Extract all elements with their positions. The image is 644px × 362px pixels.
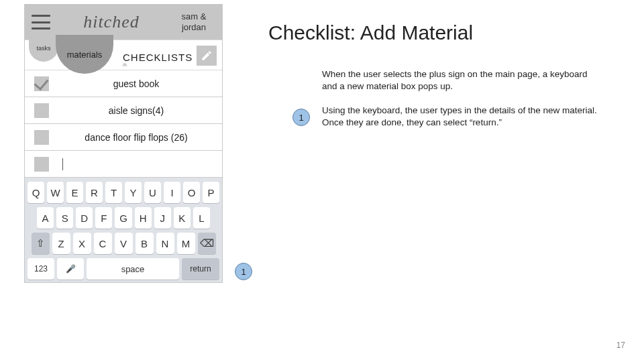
keyboard-row-4: 123 🎤 space return	[28, 258, 219, 280]
key-h[interactable]: H	[135, 207, 152, 229]
checkbox-checked-icon[interactable]	[34, 76, 49, 91]
key-f[interactable]: F	[95, 207, 112, 229]
pencil-icon	[201, 50, 213, 62]
subheader: tasks materials CHECKLISTS ^^	[25, 40, 222, 70]
key-l[interactable]: L	[193, 207, 210, 229]
checkbox-icon[interactable]	[34, 130, 49, 145]
list-item[interactable]: aisle signs(4)	[25, 97, 222, 124]
doc-paragraph-2: Using the keyboard, the user types in th…	[322, 105, 604, 129]
key-e[interactable]: E	[66, 182, 83, 203]
list-item[interactable]: guest book	[25, 70, 222, 97]
mic-icon: 🎤	[66, 264, 76, 274]
names-line2: jordan	[172, 22, 215, 33]
subhead-title: CHECKLISTS	[123, 52, 193, 70]
callout-badge-2: 1	[235, 263, 252, 280]
key-p[interactable]: P	[203, 182, 219, 203]
key-c[interactable]: C	[94, 233, 112, 254]
key-d[interactable]: D	[76, 207, 93, 229]
phone-mockup: hitched sam & jordan tasks materials CHE…	[24, 4, 223, 283]
key-q[interactable]: Q	[28, 182, 44, 203]
shift-key[interactable]: ⇧	[32, 233, 50, 254]
list-item-label: guest book	[60, 78, 213, 89]
key-u[interactable]: U	[144, 182, 161, 203]
numbers-key[interactable]: 123	[28, 258, 54, 280]
tab-tasks[interactable]: tasks	[29, 35, 58, 62]
user-names[interactable]: sam & jordan	[172, 11, 215, 32]
key-o[interactable]: O	[183, 182, 200, 203]
edit-button[interactable]	[197, 46, 217, 66]
tab-materials[interactable]: materials	[56, 35, 113, 74]
page-number: 17	[616, 341, 625, 350]
key-s[interactable]: S	[56, 207, 73, 229]
keyboard-row-3: ⇧ Z X C V B N M ⌫	[28, 233, 219, 254]
key-z[interactable]: Z	[52, 233, 70, 254]
key-y[interactable]: Y	[125, 182, 142, 203]
key-g[interactable]: G	[115, 207, 131, 229]
key-i[interactable]: I	[164, 182, 180, 203]
key-m[interactable]: M	[177, 233, 195, 254]
brand-logo: hitched	[56, 12, 167, 32]
mic-key[interactable]: 🎤	[57, 258, 84, 280]
key-x[interactable]: X	[73, 233, 91, 254]
key-t[interactable]: T	[105, 182, 122, 203]
list-item[interactable]: dance floor flip flops (26)	[25, 124, 222, 151]
key-a[interactable]: A	[37, 207, 54, 229]
backspace-key[interactable]: ⌫	[198, 233, 216, 254]
key-b[interactable]: B	[136, 233, 154, 254]
hamburger-icon[interactable]	[32, 15, 50, 29]
callout-badge-1: 1	[292, 109, 310, 126]
return-key[interactable]: return	[182, 258, 219, 280]
names-line1: sam &	[172, 11, 215, 22]
keyboard-row-2: A S D F G H J K L	[28, 207, 219, 229]
key-w[interactable]: W	[47, 182, 64, 203]
new-material-input-row[interactable]	[25, 151, 222, 178]
list-item-label: aisle signs(4)	[60, 105, 213, 116]
space-key[interactable]: space	[87, 258, 179, 280]
checkbox-icon[interactable]	[34, 103, 49, 118]
key-v[interactable]: V	[115, 233, 133, 254]
doc-paragraph-1: When the user selects the plus sign on t…	[322, 68, 604, 93]
chevron-up-icon: ^^	[122, 62, 124, 71]
keyboard-row-1: Q W E R T Y U I O P	[28, 182, 219, 203]
new-material-input[interactable]	[60, 158, 213, 170]
key-n[interactable]: N	[156, 233, 174, 254]
checkbox-icon[interactable]	[34, 157, 49, 172]
key-k[interactable]: K	[174, 207, 191, 229]
key-r[interactable]: R	[86, 182, 103, 203]
list-item-label: dance floor flip flops (26)	[60, 132, 213, 143]
key-j[interactable]: J	[154, 207, 171, 229]
page-title: Checklist: Add Material	[268, 21, 473, 44]
on-screen-keyboard: Q W E R T Y U I O P A S D F G H J K L ⇧ …	[25, 178, 222, 282]
text-cursor	[62, 158, 63, 170]
